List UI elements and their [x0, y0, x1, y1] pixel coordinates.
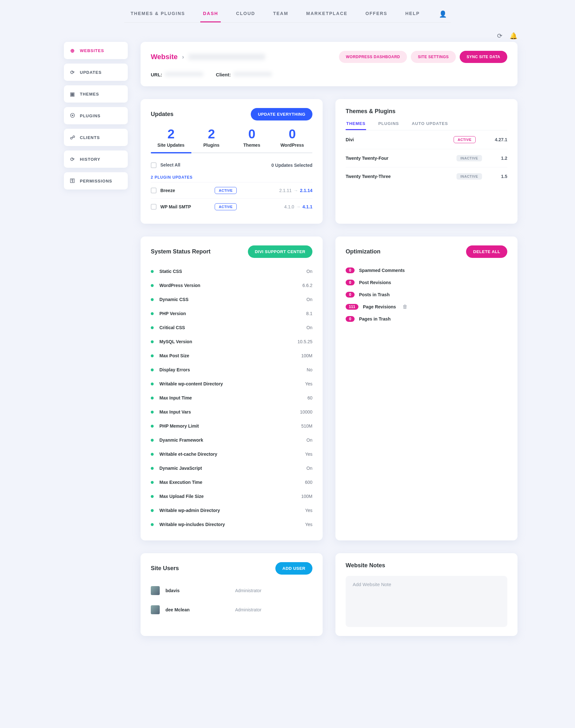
system-status-title: System Status Report — [151, 248, 210, 255]
status-dot-icon — [151, 453, 154, 456]
tab-themes[interactable]: Themes — [346, 118, 366, 130]
status-row: PHP Memory Limit510M — [151, 419, 312, 433]
update-row: BreezeActive2.1.11→2.1.14 — [151, 182, 312, 198]
sidebar-item-themes[interactable]: ▣Themes — [64, 85, 128, 103]
update-everything-button[interactable]: Update Everything — [251, 108, 312, 121]
select-all-label: Select All — [160, 162, 180, 167]
sidebar-item-label: Clients — [80, 135, 100, 140]
status-row: MySQL Version10.5.25 — [151, 335, 312, 349]
delete-all-button[interactable]: Delete All — [466, 245, 507, 258]
top-nav: Themes & PluginsDashCloudTeamMarketplace… — [0, 0, 575, 23]
divi-support-center-button[interactable]: Divi Support Center — [248, 245, 312, 258]
update-row: WP Mail SMTPActive4.1.0→4.1.1 — [151, 198, 312, 215]
sync-site-data-button[interactable]: Sync Site Data — [460, 51, 507, 63]
website-notes-title: Website Notes — [346, 562, 507, 569]
user-row: bdavisAdministrator — [151, 581, 312, 600]
sidebar-item-plugins[interactable]: ⦿Plugins — [64, 107, 128, 124]
status-badge: Inactive — [456, 155, 482, 161]
status-row: Writable wp-content DirectoryYes — [151, 377, 312, 391]
status-row: Critical CSSOn — [151, 321, 312, 335]
sidebar-item-history[interactable]: ⟳History — [64, 151, 128, 168]
stat-site-updates: 2Site Updates — [151, 127, 191, 147]
site-users-title: Site Users — [151, 565, 179, 572]
optimization-row: 0Pages in Trash — [346, 313, 507, 325]
updates-progress — [151, 152, 312, 154]
sidebar-item-clients[interactable]: ☍Clients — [64, 129, 128, 146]
updates-title: Updates — [151, 111, 173, 118]
topnav-help[interactable]: Help — [403, 8, 422, 22]
status-dot-icon — [151, 340, 154, 343]
optimization-card: Optimization Delete All 0Spammed Comment… — [335, 236, 517, 540]
website-note-input[interactable]: Add Website Note — [346, 576, 507, 627]
status-row: Writable wp-admin DirectoryYes — [151, 503, 312, 518]
add-user-button[interactable]: Add User — [275, 562, 312, 574]
status-row: Dynamic JavaScriptOn — [151, 461, 312, 475]
themes-icon: ▣ — [70, 91, 75, 97]
theme-row: Twenty Twenty-FourInactive1.2 — [346, 149, 507, 167]
user-row: dee McleanAdministrator — [151, 600, 312, 619]
trash-icon[interactable]: 🗑 — [403, 304, 408, 310]
status-dot-icon — [151, 298, 154, 301]
theme-row: Twenty Twenty-ThreeInactive1.5 — [346, 167, 507, 185]
status-dot-icon — [151, 284, 154, 287]
status-badge: Inactive — [456, 173, 482, 179]
status-dot-icon — [151, 523, 154, 526]
stat-themes: 0Themes — [232, 127, 272, 147]
sidebar-item-websites[interactable]: ⊕Websites — [64, 42, 128, 59]
sidebar-item-label: History — [80, 157, 100, 162]
plugin-updates-subhead: 2 Plugin Updates — [151, 175, 312, 179]
count-pill: 0 — [346, 279, 354, 286]
page-title: Website — [151, 53, 178, 61]
status-row: Max Upload File Size100M — [151, 489, 312, 503]
history-icon: ⟳ — [70, 156, 75, 162]
update-checkbox[interactable] — [151, 204, 157, 210]
status-dot-icon — [151, 326, 154, 329]
plugins-icon: ⦿ — [70, 113, 75, 119]
status-dot-icon — [151, 481, 154, 484]
count-pill: 111 — [346, 304, 359, 310]
status-dot-icon — [151, 368, 154, 371]
status-row: Max Input Vars10000 — [151, 405, 312, 419]
status-row: Writable wp-includes DirectoryYes — [151, 518, 312, 531]
status-row: Max Post Size100M — [151, 349, 312, 363]
status-row: WordPress Version6.6.2 — [151, 278, 312, 292]
status-row: Dyanmic FrameworkOn — [151, 433, 312, 447]
topnav-offers[interactable]: Offers — [363, 8, 390, 22]
tab-plugins[interactable]: Plugins — [378, 118, 400, 130]
tab-auto-updates[interactable]: Auto Updates — [411, 118, 448, 130]
optimization-row: 0Posts in Trash — [346, 289, 507, 301]
client-label: Client: — [216, 72, 231, 77]
topnav-themes-plugins[interactable]: Themes & Plugins — [128, 8, 188, 22]
wordpress-dashboard-button[interactable]: WordPress Dashboard — [339, 51, 407, 63]
topnav-marketplace[interactable]: Marketplace — [304, 8, 350, 22]
client-redacted — [234, 72, 272, 76]
status-dot-icon — [151, 383, 154, 386]
status-dot-icon — [151, 467, 154, 470]
websites-icon: ⊕ — [70, 47, 75, 53]
select-all-checkbox[interactable] — [151, 162, 157, 168]
user-icon[interactable]: 👤 — [435, 8, 447, 22]
status-dot-icon — [151, 355, 154, 357]
status-dot-icon — [151, 509, 154, 512]
refresh-icon[interactable]: ⟳ — [497, 32, 503, 40]
sidebar-item-label: Themes — [80, 92, 99, 97]
optimization-row: 0Spammed Comments — [346, 264, 507, 276]
status-dot-icon — [151, 312, 154, 315]
sidebar-item-permissions[interactable]: ⚿Permissions — [64, 172, 128, 190]
sidebar-item-updates[interactable]: ⟳Updates — [64, 64, 128, 81]
update-checkbox[interactable] — [151, 188, 157, 193]
site-settings-button[interactable]: Site Settings — [411, 51, 456, 63]
website-notes-card: Website Notes Add Website Note — [335, 553, 517, 636]
count-pill: 0 — [346, 316, 354, 322]
url-redacted — [165, 72, 203, 76]
status-dot-icon — [151, 425, 154, 428]
status-badge: Active — [453, 136, 476, 143]
topnav-team[interactable]: Team — [271, 8, 291, 22]
system-status-card: System Status Report Divi Support Center… — [141, 236, 323, 540]
topnav-cloud[interactable]: Cloud — [234, 8, 258, 22]
status-dot-icon — [151, 495, 154, 498]
status-row: Dynamic CSSOn — [151, 292, 312, 306]
topnav-dash[interactable]: Dash — [200, 8, 221, 22]
status-dot-icon — [151, 270, 154, 273]
bell-icon[interactable]: 🔔 — [509, 32, 517, 40]
